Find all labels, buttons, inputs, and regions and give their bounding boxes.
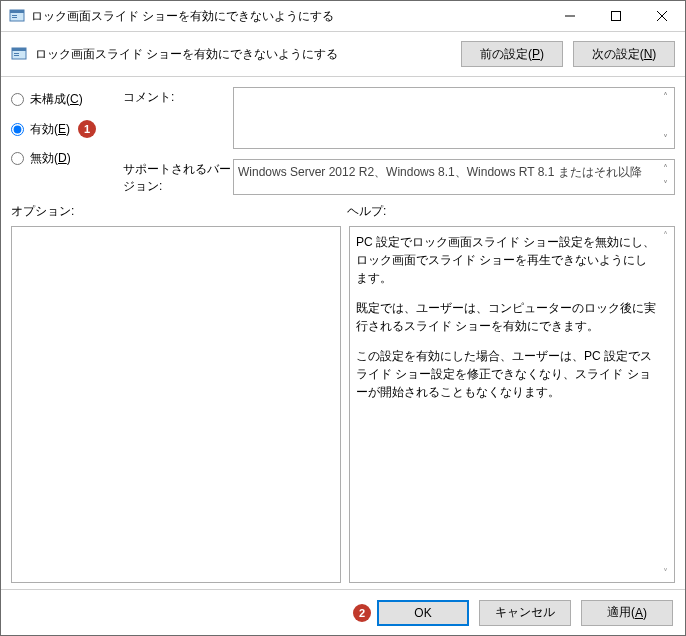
radio-disabled[interactable]: 無効(D)	[11, 150, 123, 167]
state-radios: 未構成(C) 有効(E) 1 無効(D)	[11, 87, 123, 195]
chevron-down-icon[interactable]: ˅	[658, 132, 672, 146]
help-paragraph: PC 設定でロック画面スライド ショー設定を無効にし、ロック画面でスライド ショ…	[356, 233, 656, 287]
chevron-down-icon[interactable]: ˅	[658, 566, 672, 580]
right-fields: コメント: ˄ ˅ サポートされるバージョン: Windows Server 2…	[123, 87, 675, 195]
cancel-button[interactable]: キャンセル	[479, 600, 571, 626]
svg-rect-3	[12, 17, 17, 18]
policy-editor-window: ロック画面スライド ショーを有効にできないようにする ロック画面スライド ショー…	[0, 0, 686, 636]
chevron-up-icon[interactable]: ˄	[658, 229, 672, 243]
close-button[interactable]	[639, 1, 685, 31]
maximize-button[interactable]	[593, 1, 639, 31]
help-paragraph: 既定では、ユーザーは、コンピューターのロック後に実行されるスライド ショーを有効…	[356, 299, 656, 335]
policy-title: ロック画面スライド ショーを有効にできないようにする	[35, 46, 451, 63]
support-field: Windows Server 2012 R2、Windows 8.1、Windo…	[233, 159, 675, 195]
callout-1: 1	[78, 120, 96, 138]
svg-rect-9	[12, 48, 26, 51]
chevron-up-icon[interactable]: ˄	[658, 162, 672, 176]
radio-disabled-input[interactable]	[11, 152, 24, 165]
top-row: 未構成(C) 有効(E) 1 無効(D) コメント: ˄	[1, 77, 685, 199]
svg-rect-2	[12, 15, 17, 16]
support-label: サポートされるバージョン:	[123, 159, 233, 195]
svg-rect-10	[14, 53, 19, 54]
callout-2: 2	[353, 604, 371, 622]
ok-button[interactable]: OK	[377, 600, 469, 626]
dialog-body: 未構成(C) 有効(E) 1 無効(D) コメント: ˄	[1, 77, 685, 635]
comment-field[interactable]: ˄ ˅	[233, 87, 675, 149]
support-value: Windows Server 2012 R2、Windows 8.1、Windo…	[238, 165, 642, 179]
radio-not-configured-input[interactable]	[11, 93, 24, 106]
help-paragraph: この設定を有効にした場合、ユーザーは、PC 設定でスライド ショー設定を修正でき…	[356, 347, 656, 401]
chevron-down-icon[interactable]: ˅	[658, 178, 672, 192]
comment-label: コメント:	[123, 87, 233, 106]
policy-icon	[9, 8, 25, 24]
radio-not-configured-label: 未構成(C)	[30, 91, 83, 108]
options-label: オプション:	[11, 203, 347, 220]
window-title: ロック画面スライド ショーを有効にできないようにする	[31, 8, 334, 25]
help-pane: PC 設定でロック画面スライド ショー設定を無効にし、ロック画面でスライド ショ…	[349, 226, 675, 583]
svg-rect-5	[612, 12, 621, 21]
section-labels: オプション: ヘルプ:	[1, 199, 685, 222]
chevron-up-icon[interactable]: ˄	[658, 90, 672, 104]
policy-icon	[11, 46, 27, 62]
help-label: ヘルプ:	[347, 203, 675, 220]
options-pane	[11, 226, 341, 583]
radio-enabled-label: 有効(E)	[30, 121, 70, 138]
minimize-button[interactable]	[547, 1, 593, 31]
comment-row: コメント: ˄ ˅	[123, 87, 675, 149]
radio-disabled-label: 無効(D)	[30, 150, 71, 167]
svg-rect-1	[10, 10, 24, 13]
previous-setting-button[interactable]: 前の設定(P)	[461, 41, 563, 67]
next-setting-button[interactable]: 次の設定(N)	[573, 41, 675, 67]
apply-button[interactable]: 適用(A)	[581, 600, 673, 626]
policy-header: ロック画面スライド ショーを有効にできないようにする 前の設定(P) 次の設定(…	[1, 32, 685, 77]
radio-enabled[interactable]: 有効(E) 1	[11, 120, 123, 138]
radio-enabled-input[interactable]	[11, 123, 24, 136]
dialog-footer: 2 OK キャンセル 適用(A)	[1, 589, 685, 635]
titlebar: ロック画面スライド ショーを有効にできないようにする	[1, 1, 685, 32]
support-row: サポートされるバージョン: Windows Server 2012 R2、Win…	[123, 159, 675, 195]
radio-not-configured[interactable]: 未構成(C)	[11, 91, 123, 108]
panes: PC 設定でロック画面スライド ショー設定を無効にし、ロック画面でスライド ショ…	[1, 222, 685, 589]
svg-rect-11	[14, 55, 19, 56]
